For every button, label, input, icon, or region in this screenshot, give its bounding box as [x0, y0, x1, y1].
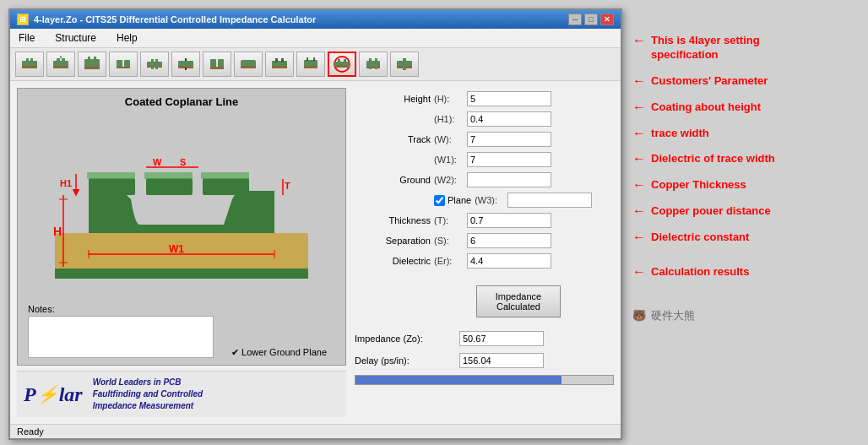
annotation-text-9: Calculation results: [651, 265, 749, 279]
app-icon: ⊞: [17, 14, 29, 25]
svg-rect-21: [155, 66, 158, 69]
annotation-1: ← This is 4layer settingspecification: [632, 34, 860, 62]
diagram-panel: Coated Coplanar Line: [17, 88, 346, 417]
annotation-text-1: This is 4layer settingspecification: [651, 34, 760, 62]
title-bar: ⊞ 4-layer.Zo - CITS25 Differential Contr…: [10, 10, 621, 29]
track-label: Track: [355, 134, 431, 144]
svg-rect-12: [94, 57, 96, 61]
toolbar-btn-6[interactable]: [171, 52, 200, 77]
thickness-row: Thickness (T):: [355, 213, 614, 228]
notes-input[interactable]: [28, 316, 214, 358]
svg-rect-3: [30, 58, 33, 63]
calculate-button[interactable]: ImpedanceCalculated: [476, 285, 561, 317]
toolbar-btn-4[interactable]: [109, 52, 138, 77]
svg-rect-50: [375, 65, 377, 69]
svg-rect-15: [117, 67, 130, 68]
toolbar-btn-2[interactable]: [46, 52, 75, 77]
track-input[interactable]: [467, 132, 551, 147]
toolbar-btn-11-active[interactable]: [328, 52, 356, 77]
annotation-text-7: Copper pouer distance: [651, 204, 771, 219]
menu-structure[interactable]: Structure: [52, 30, 100, 46]
toolbar-btn-7[interactable]: [203, 52, 231, 77]
svg-text:W: W: [153, 157, 162, 167]
minimize-button[interactable]: ─: [568, 14, 582, 25]
polar-footer: P⚡lar World Leaders in PCB Faultfinding …: [17, 371, 346, 417]
track1-input[interactable]: [467, 152, 551, 167]
plane-checkbox-label[interactable]: Plane: [434, 195, 471, 206]
arrow-icon-5: ←: [632, 152, 646, 166]
svg-rect-46: [366, 66, 380, 68]
svg-rect-57: [89, 178, 135, 195]
svg-rect-19: [155, 59, 158, 63]
plane-checkbox[interactable]: [434, 195, 445, 206]
arrow-icon-2: ←: [632, 74, 646, 88]
svg-rect-5: [53, 66, 68, 68]
plane-input[interactable]: [507, 193, 592, 208]
svg-rect-17: [147, 66, 162, 68]
impedance-label: Impedance (Zo):: [355, 334, 456, 344]
plane-key: (W3):: [475, 195, 504, 205]
track-key: (W):: [434, 134, 464, 144]
svg-rect-63: [55, 269, 308, 279]
main-window: ⊞ 4-layer.Zo - CITS25 Differential Contr…: [8, 8, 622, 440]
annotation-4: ← trace width: [632, 127, 860, 141]
params-panel: Height (H): (H1): Track (W):: [355, 88, 614, 417]
annotation-text-2: Customers' Parameter: [651, 74, 768, 89]
height1-input[interactable]: [467, 111, 551, 127]
ground-key: (W2):: [434, 175, 464, 185]
separation-row: Separation (S):: [355, 233, 614, 248]
plane-row: Plane (W3):: [355, 193, 614, 208]
close-button[interactable]: ✕: [600, 14, 614, 25]
thickness-input[interactable]: [467, 213, 551, 228]
ground-row: Ground (W2):: [355, 172, 614, 187]
watermark-text: 硬件大熊: [651, 308, 695, 323]
svg-rect-37: [304, 66, 317, 68]
maximize-button[interactable]: □: [584, 14, 598, 25]
height-input[interactable]: [467, 91, 551, 106]
status-bar: Ready: [10, 424, 621, 438]
svg-rect-61: [201, 172, 249, 179]
toolbar-btn-12[interactable]: [359, 52, 388, 77]
toolbar-btn-1[interactable]: [15, 52, 44, 77]
annotation-5: ← Dielectric of trace width: [632, 152, 860, 166]
lower-ground-row: ✔ Lower Ground Plane: [231, 347, 327, 358]
svg-text:H: H: [53, 225, 62, 238]
annotation-text-5: Dielectric of trace width: [651, 152, 775, 166]
thickness-label: Thickness: [355, 215, 431, 225]
height-key: (H):: [434, 94, 464, 104]
track1-row: (W1):: [355, 152, 614, 167]
menu-file[interactable]: File: [15, 30, 38, 46]
dielectric-key: (Er):: [434, 256, 464, 266]
toolbar-btn-8[interactable]: [234, 52, 263, 77]
menu-help[interactable]: Help: [113, 30, 141, 46]
annotation-text-3: Coating about height: [651, 100, 761, 115]
svg-text:H1: H1: [60, 178, 72, 188]
annotation-text-8: Dielectric constant: [651, 231, 749, 245]
toolbar-btn-10[interactable]: [296, 52, 325, 77]
delay-result-row: Delay (ps/in):: [355, 353, 614, 368]
content-area: Coated Coplanar Line: [10, 81, 621, 424]
toolbar-btn-9[interactable]: [265, 52, 294, 77]
ground-input[interactable]: [467, 172, 551, 187]
annotation-8: ← Dielectric constant: [632, 231, 860, 245]
menu-bar: File Structure Help: [10, 29, 621, 48]
svg-text:S: S: [180, 157, 186, 167]
status-text: Ready: [17, 426, 44, 437]
svg-rect-7: [62, 58, 65, 62]
height-row: Height (H):: [355, 91, 614, 106]
annotation-6: ← Copper Thickness: [632, 178, 860, 193]
separation-input[interactable]: [467, 233, 551, 248]
annotation-text-6: Copper Thickness: [651, 178, 746, 193]
svg-rect-43: [338, 59, 340, 63]
svg-text:T: T: [285, 181, 290, 191]
height-label: Height: [355, 94, 431, 104]
toolbar-btn-3[interactable]: [78, 52, 106, 77]
toolbar-btn-13[interactable]: [390, 52, 419, 77]
annotation-2: ← Customers' Parameter: [632, 74, 860, 89]
svg-rect-53: [403, 58, 406, 62]
lower-ground-label: ✔ Lower Ground Plane: [231, 347, 327, 358]
svg-rect-11: [88, 57, 90, 61]
toolbar-btn-5[interactable]: [140, 52, 169, 77]
height1-row: (H1):: [355, 111, 614, 127]
dielectric-input[interactable]: [467, 253, 551, 269]
